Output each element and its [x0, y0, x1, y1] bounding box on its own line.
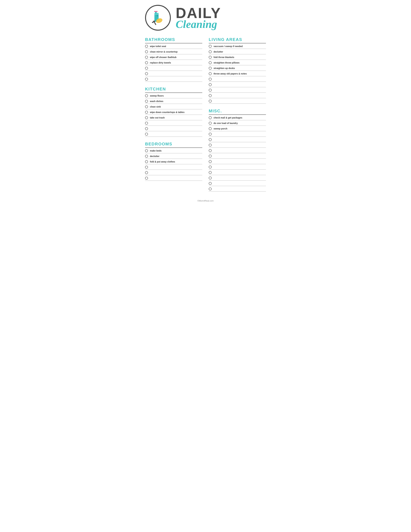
checkbox[interactable] [209, 133, 212, 136]
list-item-empty [209, 175, 266, 180]
item-text: wipe down countertops & tables [150, 111, 185, 114]
list-item-empty [145, 170, 202, 175]
section-misc: MISC. check mail & get packages do one l… [209, 108, 266, 191]
checkbox[interactable] [209, 50, 212, 53]
list-item-empty [145, 131, 202, 137]
checkbox[interactable] [145, 61, 148, 64]
list-item-empty [209, 164, 266, 170]
left-column: BATHROOMS wipe toilet seat clean mirror … [145, 37, 202, 196]
checkbox[interactable] [209, 100, 212, 103]
item-text: take out trash [150, 116, 165, 119]
checkbox[interactable] [209, 83, 212, 86]
content-grid: BATHROOMS wipe toilet seat clean mirror … [145, 37, 266, 196]
list-item: take out trash [145, 115, 202, 120]
checkbox[interactable] [145, 166, 148, 169]
checkbox[interactable] [145, 133, 148, 136]
item-text: wipe off shower /bathtub [150, 56, 177, 58]
checkbox[interactable] [145, 105, 148, 108]
checkbox[interactable] [209, 61, 212, 64]
checkbox[interactable] [145, 149, 148, 152]
list-item-empty [209, 186, 266, 191]
section-living-areas: LIVING AREAS vaccuum / sweep if needed d… [209, 37, 266, 104]
checkbox[interactable] [209, 177, 212, 180]
item-text: declutter [214, 50, 223, 53]
list-item-empty [209, 87, 266, 93]
checkbox[interactable] [145, 45, 148, 48]
list-item-empty [209, 148, 266, 153]
svg-point-10 [159, 21, 160, 21]
checkbox[interactable] [209, 127, 212, 130]
item-text: wipe toilet seat [150, 45, 166, 48]
svg-point-6 [158, 20, 158, 20]
checkbox[interactable] [209, 89, 212, 92]
list-item-empty [209, 76, 266, 82]
item-text: fold throw blankets [214, 56, 234, 58]
checkbox[interactable] [209, 116, 212, 119]
checkbox[interactable] [209, 67, 212, 70]
item-text: clean sink [150, 105, 161, 108]
checkbox[interactable] [209, 182, 212, 185]
list-item: fold & put away clothes [145, 159, 202, 164]
checkbox[interactable] [209, 122, 212, 125]
checkbox[interactable] [145, 155, 148, 158]
checkbox[interactable] [145, 160, 148, 163]
list-item-empty [209, 137, 266, 142]
checkbox[interactable] [209, 155, 212, 158]
checkbox[interactable] [209, 166, 212, 169]
list-item: clean sink [145, 104, 202, 109]
checkbox[interactable] [209, 171, 212, 174]
checkbox[interactable] [209, 160, 212, 163]
checkbox[interactable] [145, 100, 148, 103]
checkbox[interactable] [209, 78, 212, 81]
checkbox[interactable] [145, 56, 148, 59]
bedrooms-title: BEDROOMS [145, 142, 202, 147]
item-text: throw away old papers & notes [214, 72, 247, 75]
right-column: LIVING AREAS vaccuum / sweep if needed d… [209, 37, 266, 196]
checkbox[interactable] [145, 78, 148, 81]
checkbox[interactable] [209, 188, 212, 190]
logo-icon [148, 8, 168, 28]
checkbox[interactable] [209, 138, 212, 141]
list-item: wipe down countertops & tables [145, 109, 202, 115]
item-text: sweep porch [214, 127, 227, 130]
list-item-empty [145, 126, 202, 131]
checkbox[interactable] [209, 149, 212, 152]
item-text: vaccuum / sweep if needed [214, 45, 243, 48]
logo-circle [145, 5, 171, 31]
checkbox[interactable] [145, 116, 148, 119]
checkbox[interactable] [209, 45, 212, 48]
checkbox[interactable] [145, 94, 148, 97]
list-item-empty [209, 153, 266, 159]
list-item-empty [209, 93, 266, 98]
checkbox[interactable] [209, 56, 212, 59]
item-text: check mail & get packages [214, 116, 242, 119]
list-item-empty [145, 76, 202, 82]
checkbox[interactable] [209, 94, 212, 97]
list-item: sweep floors [145, 93, 202, 98]
checkbox[interactable] [145, 111, 148, 114]
item-text: do one load of laundry [214, 122, 238, 124]
checkbox[interactable] [145, 50, 148, 53]
checkbox[interactable] [145, 122, 148, 125]
list-item-empty [209, 159, 266, 164]
checkbox[interactable] [145, 67, 148, 70]
list-item: replace dirty towels [145, 60, 202, 65]
list-item: straighten up desks [209, 65, 266, 71]
checkbox[interactable] [145, 127, 148, 130]
svg-rect-3 [154, 11, 158, 12]
checkbox[interactable] [145, 72, 148, 75]
checkbox[interactable] [209, 144, 212, 147]
checkbox[interactable] [145, 177, 148, 180]
checkbox[interactable] [209, 72, 212, 75]
list-item: wash dishes [145, 98, 202, 104]
list-item: sweep porch [209, 126, 266, 131]
list-item-empty [145, 175, 202, 181]
checkbox[interactable] [145, 171, 148, 174]
item-text: straighten throw pillows [214, 61, 240, 64]
list-item: declutter [209, 49, 266, 54]
item-text: straighten up desks [214, 67, 235, 69]
list-item-empty [145, 71, 202, 76]
item-text: declutter [150, 155, 159, 158]
list-item-empty [145, 65, 202, 71]
footer: ©Mom4Real.com [145, 200, 266, 202]
